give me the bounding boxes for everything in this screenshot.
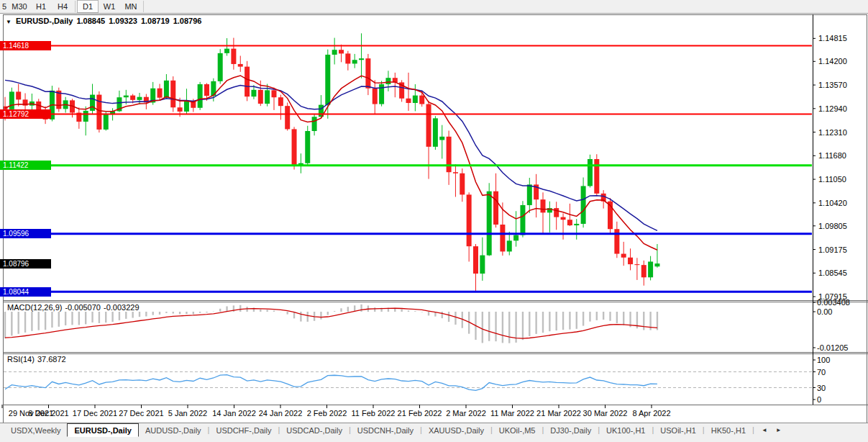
candle (413, 96, 418, 103)
candle (339, 50, 344, 53)
candle (325, 55, 330, 105)
candle (198, 84, 203, 108)
symbol-tab-uk100-h1[interactable]: UK100-,H1 (600, 423, 652, 437)
symbol-tab-usoil-h1[interactable]: USOil-,H1 (654, 423, 703, 437)
candle (130, 96, 135, 100)
symbol-tab-audusd-daily[interactable]: AUDUSD-,Daily (139, 423, 208, 437)
symbol-tab-usdchf-daily[interactable]: USDCHF-,Daily (209, 423, 278, 437)
candle (419, 96, 424, 104)
candle (480, 256, 485, 274)
candle (157, 89, 163, 98)
tab-scroll-left-button[interactable]: ◄ (762, 427, 767, 433)
candle (574, 224, 579, 225)
candle (406, 99, 411, 103)
candle (487, 191, 492, 256)
timeframe-toolbar: 5M30H1H4D1W1MN (0, 0, 868, 14)
trading-platform-window: 5M30H1H4D1W1MN ▼EURUSD-,Daily1.088451.09… (0, 0, 868, 442)
candle (460, 173, 465, 195)
candle (654, 263, 659, 266)
candle (164, 81, 169, 98)
candle (439, 137, 444, 140)
candle (588, 159, 593, 186)
candle (594, 159, 599, 194)
candle (507, 240, 512, 251)
candle (265, 90, 270, 104)
candle (648, 261, 653, 277)
chart-canvas (0, 0, 868, 442)
candle (493, 191, 498, 225)
candle (224, 49, 229, 53)
candle (278, 97, 283, 106)
candle (365, 58, 370, 89)
toolbar-divider (75, 1, 76, 12)
candle (218, 53, 223, 81)
candle (581, 186, 586, 224)
candle (312, 117, 317, 131)
candle (634, 264, 639, 265)
candle (251, 90, 256, 96)
symbol-tab-usdcnh-daily[interactable]: USDCNH-,Daily (351, 423, 420, 437)
candle (238, 64, 243, 67)
symbol-tab-usdx-weekly[interactable]: USDX,Weekly (4, 423, 67, 437)
toolbar-divider (143, 1, 144, 12)
tab-separator: | (752, 423, 754, 437)
candle (500, 225, 505, 251)
candle (628, 258, 633, 264)
candle (433, 118, 438, 147)
timeframe-button-w1[interactable]: W1 (99, 0, 120, 13)
candle (43, 112, 48, 119)
candle (426, 104, 431, 147)
candle (345, 53, 350, 63)
candle (178, 107, 183, 112)
candle (352, 60, 357, 63)
chart-background (0, 14, 868, 423)
candle (567, 220, 572, 225)
candle (561, 217, 566, 220)
candle (541, 199, 546, 212)
candle (385, 78, 390, 84)
candle (520, 205, 525, 235)
timeframe-button-mn[interactable]: MN (120, 0, 142, 13)
symbol-tab-usdcad-daily[interactable]: USDCAD-,Daily (280, 423, 349, 437)
candle (453, 172, 458, 173)
timeframe-button-5[interactable]: 5 (0, 0, 9, 13)
candle (641, 265, 647, 277)
candle (513, 235, 518, 241)
candle (373, 89, 378, 104)
candle (332, 50, 337, 55)
candle (447, 137, 452, 172)
candle (245, 67, 250, 97)
candle (621, 254, 626, 258)
candle (292, 129, 297, 164)
symbol-tab-xauusd-daily[interactable]: XAUUSD-,Daily (422, 423, 490, 437)
tab-scroll-controls: ◄► (762, 423, 782, 437)
candle (272, 90, 277, 97)
timeframe-button-d1[interactable]: D1 (77, 0, 99, 13)
candle (285, 106, 290, 129)
candle (170, 81, 175, 107)
candle (104, 114, 109, 130)
candle (305, 131, 310, 163)
candle (9, 91, 14, 109)
candle (90, 95, 95, 111)
timeframe-button-m30[interactable]: M30 (9, 0, 30, 13)
symbol-tab-hk50-h1[interactable]: HK50-,H1 (705, 423, 752, 437)
timeframe-button-h1[interactable]: H1 (30, 0, 52, 13)
timeframe-button-h4[interactable]: H4 (52, 0, 73, 13)
symbol-tab-ukoil-m5[interactable]: UKOil-,M5 (493, 423, 542, 437)
candle (184, 101, 189, 112)
candle (16, 91, 21, 99)
symbol-tab-bar: USDX,WeeklyEURUSD-,DailyAUDUSD-,Daily|US… (0, 423, 868, 442)
candle (467, 194, 472, 246)
symbol-tab-eurusd-daily[interactable]: EURUSD-,Daily (67, 423, 138, 437)
symbol-tab-dj30-daily[interactable]: DJ30-,Daily (544, 423, 598, 437)
candle (83, 111, 88, 122)
candle (124, 96, 129, 98)
candle (554, 208, 559, 217)
candle (258, 90, 263, 104)
candle (96, 95, 101, 130)
candle (204, 84, 209, 96)
candle (137, 97, 142, 100)
tab-scroll-right-button[interactable]: ► (776, 427, 782, 433)
candle (473, 246, 478, 274)
